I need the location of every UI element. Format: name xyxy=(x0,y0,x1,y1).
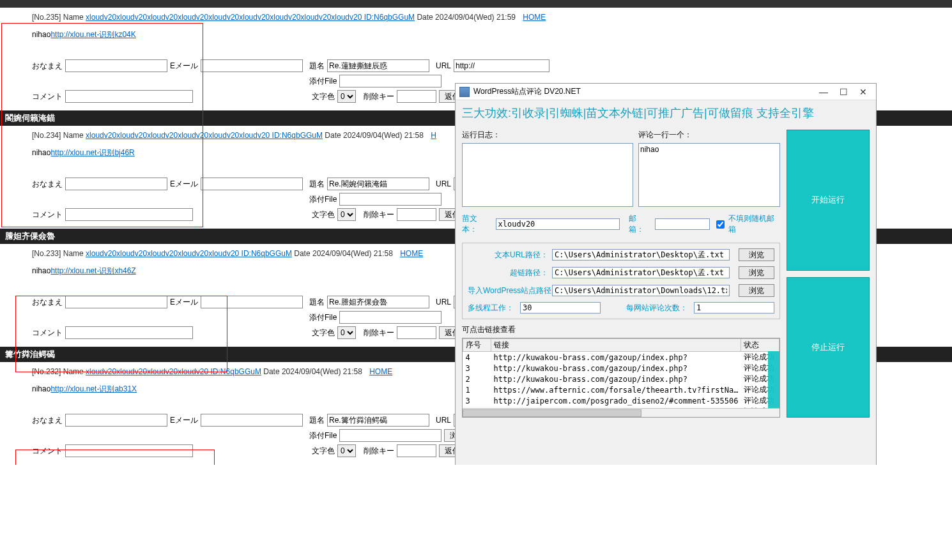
attach-input[interactable] xyxy=(339,311,441,324)
post-home-link[interactable]: HOME xyxy=(523,13,546,22)
textcolor-select[interactable]: 0 xyxy=(337,90,356,103)
post-name-label: Name xyxy=(63,367,86,376)
post-text: nihao xyxy=(32,266,50,275)
post-body-link[interactable]: http://xlou.net-识别xh46Z xyxy=(50,266,135,275)
comment-input[interactable] xyxy=(65,444,193,457)
delkey-label: 削除キー xyxy=(364,209,394,220)
url-label: URL xyxy=(436,179,451,188)
cell-no: 4 xyxy=(463,352,491,363)
attach-input[interactable] xyxy=(339,193,441,206)
results-grid[interactable]: 序号 链接 状态 4 http://kuwakou-brass.com/gazo… xyxy=(462,338,780,418)
post-body-link[interactable]: http://xlou.net-识别ab31X xyxy=(50,384,137,393)
table-row[interactable]: 3 http://kuwakou-brass.com/gazoup/index.… xyxy=(463,363,779,374)
post-name-link[interactable]: xloudv20xloudv20xloudv20xloudv20xloudv20… xyxy=(86,131,323,140)
col-no[interactable]: 序号 xyxy=(463,339,491,352)
cell-url: https://www.afternic.com/forsale/theeart… xyxy=(491,384,741,395)
cell-url: http://kuwakou-brass.com/gazoup/index.ph… xyxy=(491,417,741,418)
importwp-input[interactable] xyxy=(552,285,730,296)
post-body: nihaohttp://xlou.net-识别kz04K xyxy=(32,29,920,40)
app-window: WordPress站点评论 DV20.NET — ☐ ✕ 三大功效:引收录|引蜘… xyxy=(455,83,877,465)
post-text: nihao xyxy=(32,30,50,39)
email-input[interactable] xyxy=(201,178,303,190)
textcolor-select[interactable]: 0 xyxy=(337,326,356,339)
post-name-link[interactable]: xloudv20xloudv20xloudv20xloudv20xloudv20… xyxy=(86,249,292,258)
attach-input[interactable] xyxy=(339,75,441,87)
threads-input[interactable] xyxy=(520,302,601,314)
email-label: Eメール xyxy=(170,415,198,426)
email-input[interactable] xyxy=(201,414,303,427)
post-name-label: Name xyxy=(63,131,86,140)
close-button[interactable]: ✕ xyxy=(859,87,867,97)
subject-input[interactable] xyxy=(327,414,429,427)
email-input[interactable] xyxy=(201,59,303,72)
hyperlink-browse-button[interactable]: 浏览 xyxy=(739,266,774,279)
random-email-checkbox[interactable] xyxy=(716,220,725,229)
start-button[interactable]: 开始运行 xyxy=(787,130,870,271)
oname-input[interactable] xyxy=(65,178,167,190)
post-home-link[interactable]: H xyxy=(431,131,436,140)
subject-input[interactable] xyxy=(327,296,429,308)
urlpath-label: 文本URL路径： xyxy=(468,250,552,261)
table-row[interactable]: 3 http://jaipercom.com/posgrado_diseno2/… xyxy=(463,395,779,406)
table-row[interactable]: 2 http://kuwakou-brass.com/gazoup/index.… xyxy=(463,417,779,418)
col-link[interactable]: 链接 xyxy=(491,339,741,352)
cell-url: http://jaipercom.com/posgrado_diseno2/#c… xyxy=(491,395,741,406)
textcolor-select[interactable]: 0 xyxy=(337,208,356,221)
paths-panel: 文本URL路径： 浏览 超链路径： 浏览 导入WordPress站点路径： 浏览… xyxy=(462,243,780,319)
email-input[interactable] xyxy=(655,218,710,230)
comment-label: 评论一行一个： xyxy=(638,130,780,140)
urlpath-browse-button[interactable]: 浏览 xyxy=(739,248,774,261)
delkey-input[interactable] xyxy=(397,444,436,457)
subject-input[interactable] xyxy=(327,59,429,72)
importwp-label: 导入WordPress站点路径： xyxy=(468,285,552,296)
url-input[interactable] xyxy=(454,59,549,72)
post-home-link[interactable]: HOME xyxy=(400,249,423,258)
maximize-button[interactable]: ☐ xyxy=(840,87,848,97)
delkey-input[interactable] xyxy=(397,90,436,103)
subject-input[interactable] xyxy=(327,178,429,190)
textcolor-label: 文字色 xyxy=(312,328,335,338)
post-no: [No.235] xyxy=(32,13,61,22)
delkey-input[interactable] xyxy=(397,208,436,221)
oname-input[interactable] xyxy=(65,414,167,427)
email-input[interactable] xyxy=(201,296,303,308)
table-row[interactable]: 1 https://www.afternic.com/forsale/theea… xyxy=(463,384,779,395)
post-name-label: Name xyxy=(63,13,86,22)
log-textarea[interactable] xyxy=(462,143,633,207)
post-body-link[interactable]: http://xlou.net-识别kz04K xyxy=(50,30,135,39)
oname-input[interactable] xyxy=(65,296,167,308)
post-body-link[interactable]: http://xlou.net-识别bj46R xyxy=(50,148,134,157)
textcolor-select[interactable]: 0 xyxy=(337,444,356,457)
comment-input[interactable] xyxy=(65,90,193,103)
hyperlink-input[interactable] xyxy=(552,267,730,278)
table-row[interactable]: 4 http://kuwakou-brass.com/gazoup/index.… xyxy=(463,352,779,363)
attach-input[interactable] xyxy=(339,429,441,442)
post-date: 2024/09/04(Wed) 21:58 xyxy=(282,367,362,376)
cell-no: 2 xyxy=(463,374,491,384)
anchor-input[interactable] xyxy=(496,218,620,230)
oname-input[interactable] xyxy=(65,59,167,72)
url-label: URL xyxy=(436,416,451,425)
stop-button[interactable]: 停止运行 xyxy=(787,277,870,418)
delkey-input[interactable] xyxy=(397,326,436,339)
comment-textarea[interactable]: nihao xyxy=(638,143,780,207)
urlpath-input[interactable] xyxy=(552,249,730,261)
comment-label: コメント xyxy=(32,446,63,457)
table-row[interactable]: 2 http://kuwakou-brass.com/gazoup/index.… xyxy=(463,374,779,384)
top-dark-bar xyxy=(0,0,952,8)
post-date-label: Date xyxy=(294,249,312,258)
post-home-link[interactable]: HOME xyxy=(369,367,392,376)
post-name-link[interactable]: xloudv20xloudv20xloudv20xloudv20xloudv20… xyxy=(86,13,415,22)
oname-label: おなまえ xyxy=(32,297,63,308)
grid-hscroll[interactable] xyxy=(463,408,779,417)
persite-input[interactable] xyxy=(694,302,774,314)
importwp-browse-button[interactable]: 浏览 xyxy=(739,284,774,297)
minimize-button[interactable]: — xyxy=(819,87,828,97)
textcolor-label: 文字色 xyxy=(312,209,335,220)
comment-input[interactable] xyxy=(65,326,193,339)
col-status[interactable]: 状态 xyxy=(741,339,779,352)
comment-input[interactable] xyxy=(65,208,193,221)
email-label: Eメール xyxy=(170,61,198,72)
post-name-link[interactable]: xloudv20xloudv20xloudv20xloudv20 ID:N6qb… xyxy=(86,367,261,376)
delkey-label: 削除キー xyxy=(364,91,394,102)
